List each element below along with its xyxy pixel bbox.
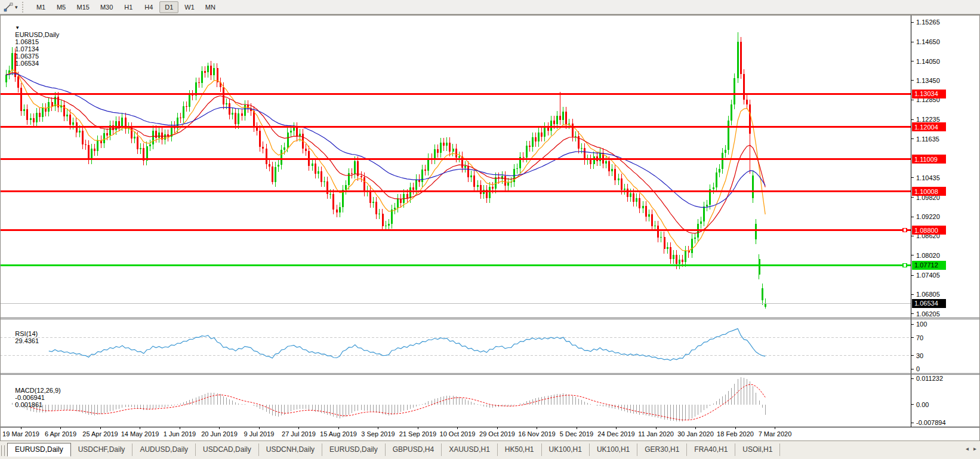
tab-scroll-right-icon[interactable]: ▸ [973, 445, 976, 452]
tab-eurusd-daily[interactable]: EURUSD,Daily [322, 443, 386, 456]
svg-text:1.06205: 1.06205 [916, 310, 940, 318]
timeframe-h4-button[interactable]: H4 [139, 1, 158, 13]
svg-text:1.08800: 1.08800 [914, 227, 938, 234]
collapse-icon[interactable]: ▼ [15, 25, 20, 30]
svg-text:18 Feb 2020: 18 Feb 2020 [717, 430, 754, 438]
svg-text:24 Dec 2019: 24 Dec 2019 [597, 430, 634, 438]
tab-audusd-daily[interactable]: AUDUSD,Daily [132, 443, 196, 456]
svg-text:3 Sep 2019: 3 Sep 2019 [361, 430, 395, 438]
svg-text:1.13450: 1.13450 [916, 77, 940, 84]
svg-text:100: 100 [916, 321, 927, 328]
chart-title: ▼ EURUSD,Daily 1.06815 1.07134 1.06375 1… [4, 17, 59, 74]
svg-text:1.15265: 1.15265 [916, 19, 940, 26]
chart-tabs: EURUSD,DailyUSDCHF,DailyAUDUSD,DailyUSDC… [7, 443, 780, 456]
svg-text:11 Jan 2020: 11 Jan 2020 [638, 430, 674, 438]
macd-name: MACD(12,26,9) [15, 387, 60, 394]
svg-text:29 Oct 2019: 29 Oct 2019 [479, 430, 515, 438]
toolbar-grip[interactable] [22, 2, 25, 13]
svg-text:1.12235: 1.12235 [916, 116, 940, 123]
ohlc-close: 1.06534 [15, 60, 39, 67]
svg-text:-0.007894: -0.007894 [916, 419, 946, 426]
timeframe-h1-button[interactable]: H1 [119, 1, 138, 13]
timeframe-toolbar: ▾ M1M5M15M30H1H4D1W1MN [0, 0, 980, 14]
chevron-down-icon[interactable]: ▾ [15, 4, 18, 10]
svg-text:1.14650: 1.14650 [916, 38, 940, 45]
tab-fra40-h1[interactable]: FRA40,H1 [687, 443, 735, 456]
svg-text:1.07405: 1.07405 [916, 272, 940, 279]
tab-uk100-h1[interactable]: UK100,H1 [542, 443, 590, 456]
timeframe-m1-button[interactable]: M1 [32, 1, 51, 13]
tab-xauusd-h1[interactable]: XAUUSD,H1 [442, 443, 498, 456]
macd-main: -0.006941 [15, 394, 45, 401]
svg-text:1.14050: 1.14050 [916, 58, 940, 65]
rsi-value: 29.4361 [15, 337, 39, 344]
price-chart-canvas[interactable]: 1.152651.146501.140501.134501.128501.122… [0, 15, 980, 441]
svg-text:10 Oct 2019: 10 Oct 2019 [440, 430, 476, 438]
svg-text:5 Dec 2019: 5 Dec 2019 [560, 430, 593, 438]
ohlc-high: 1.07134 [15, 45, 39, 53]
svg-text:27 Jul 2019: 27 Jul 2019 [282, 430, 316, 438]
svg-text:1.07712: 1.07712 [914, 261, 938, 269]
chart-tools-icon[interactable] [2, 2, 14, 13]
tab-usoil-h1[interactable]: USOil,H1 [735, 443, 780, 456]
svg-text:1.06534: 1.06534 [914, 300, 938, 307]
timeframe-m15-button[interactable]: M15 [72, 1, 94, 13]
svg-text:0.00: 0.00 [916, 401, 929, 408]
svg-text:1 Jun 2019: 1 Jun 2019 [164, 430, 196, 438]
svg-text:1.13034: 1.13034 [914, 90, 938, 97]
svg-text:70: 70 [916, 334, 923, 341]
svg-text:1.12004: 1.12004 [914, 124, 938, 131]
svg-text:0.011232: 0.011232 [916, 375, 943, 382]
svg-text:1.11635: 1.11635 [916, 135, 939, 143]
tab-ger30-h1[interactable]: GER30,H1 [637, 443, 687, 456]
tab-usdchf-daily[interactable]: USDCHF,Daily [71, 443, 133, 456]
timeframe-m5-button[interactable]: M5 [52, 1, 71, 13]
svg-text:9 Jul 2019: 9 Jul 2019 [244, 430, 275, 438]
svg-text:1.10435: 1.10435 [916, 174, 940, 181]
timeframe-mn-button[interactable]: MN [201, 1, 220, 13]
svg-text:30 Jan 2020: 30 Jan 2020 [677, 430, 714, 438]
timeframe-m30-button[interactable]: M30 [95, 1, 118, 13]
timeframe-buttons: M1M5M15M30H1H4D1W1MN [31, 1, 221, 13]
svg-text:1.09220: 1.09220 [916, 213, 940, 220]
tab-scroll-left-icon[interactable]: ◂ [966, 445, 969, 452]
svg-text:16 Nov 2019: 16 Nov 2019 [518, 430, 555, 438]
svg-text:1.08020: 1.08020 [916, 252, 940, 259]
tab-hk50-h1[interactable]: HK50,H1 [498, 443, 542, 456]
ohlc-low: 1.06375 [15, 53, 39, 60]
tab-uk100-h1[interactable]: UK100,H1 [590, 443, 637, 456]
chart-symbol: EURUSD,Daily [15, 31, 59, 38]
svg-text:25 Apr 2019: 25 Apr 2019 [82, 430, 118, 438]
symbol-tabbar: EURUSD,DailyUSDCHF,DailyAUDUSD,DailyUSDC… [0, 440, 980, 459]
ohlc-open: 1.06815 [15, 38, 39, 45]
svg-text:19 Mar 2019: 19 Mar 2019 [2, 430, 39, 438]
svg-text:1.11009: 1.11009 [914, 156, 938, 163]
svg-text:0: 0 [916, 365, 920, 372]
svg-text:1.10008: 1.10008 [914, 188, 938, 195]
svg-text:14 May 2019: 14 May 2019 [121, 430, 159, 438]
svg-text:21 Sep 2019: 21 Sep 2019 [399, 430, 436, 438]
tabbar-grip [1, 445, 5, 456]
chart-window: 1.152651.146501.140501.134501.128501.122… [0, 14, 980, 440]
rsi-label: RSI(14) 29.4361 [4, 323, 41, 352]
svg-text:7 Mar 2020: 7 Mar 2020 [759, 430, 792, 438]
tab-usdcnh-daily[interactable]: USDCNH,Daily [259, 443, 322, 456]
macd-label: MACD(12,26,9) -0.006941 0.001861 [4, 380, 63, 415]
svg-text:20 Jun 2019: 20 Jun 2019 [201, 430, 238, 438]
rsi-name: RSI(14) [15, 330, 38, 337]
timeframe-w1-button[interactable]: W1 [180, 1, 199, 13]
svg-text:1.06805: 1.06805 [916, 291, 940, 298]
tab-gbpusd-h4[interactable]: GBPUSD,H4 [386, 443, 442, 456]
svg-text:30: 30 [916, 352, 923, 359]
timeframe-d1-button[interactable]: D1 [159, 1, 178, 13]
macd-signal: 0.001861 [15, 401, 42, 408]
tab-eurusd-daily[interactable]: EURUSD,Daily [7, 443, 71, 457]
trading-terminal: ▾ M1M5M15M30H1H4D1W1MN 1.152651.146501.1… [0, 0, 980, 459]
svg-text:15 Aug 2019: 15 Aug 2019 [320, 430, 357, 438]
tab-usdcad-daily[interactable]: USDCAD,Daily [196, 443, 259, 456]
svg-text:6 Apr 2019: 6 Apr 2019 [45, 430, 76, 438]
